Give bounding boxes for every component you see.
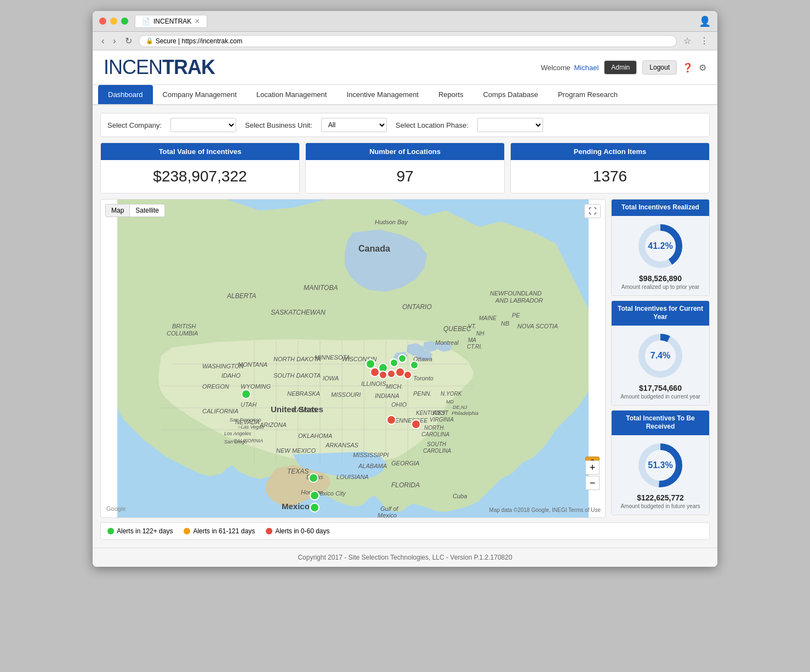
- nav-item-location[interactable]: Location Management: [247, 85, 337, 104]
- location-phase-filter-label: Select Location Phase:: [396, 121, 469, 129]
- svg-text:ALABAMA: ALABAMA: [358, 463, 387, 469]
- footer-text: Copyright 2017 - Site Selection Technolo…: [298, 554, 512, 561]
- help-icon[interactable]: ❓: [682, 62, 693, 73]
- svg-point-101: [404, 371, 412, 379]
- sidebar-charts: Total Incentives Realized 41.2% $98,526,…: [611, 199, 710, 518]
- svg-point-99: [387, 370, 395, 378]
- svg-text:NORTH: NORTH: [424, 425, 444, 431]
- donut-chart-3: 51.3%: [636, 441, 685, 490]
- forward-button[interactable]: ›: [111, 35, 118, 47]
- svg-point-106: [310, 503, 319, 512]
- svg-text:SOUTH: SOUTH: [427, 441, 447, 447]
- chart-amount-3: $122,625,772: [637, 493, 684, 502]
- svg-text:NEWFOUNDLAND: NEWFOUNDLAND: [490, 290, 541, 297]
- svg-text:NEW MEXICO: NEW MEXICO: [276, 447, 316, 454]
- chart-amount-2: $17,754,660: [639, 384, 682, 392]
- browser-profile-icon[interactable]: 👤: [699, 15, 711, 27]
- svg-point-96: [398, 355, 406, 362]
- menu-icon[interactable]: ⋮: [698, 35, 711, 47]
- settings-icon[interactable]: ⚙: [699, 62, 706, 73]
- num-locations-card: Number of Locations 97: [305, 143, 505, 193]
- minimize-button[interactable]: [110, 18, 117, 25]
- browser-tab[interactable]: 📄 INCENTRAK ✕: [135, 15, 207, 28]
- donut-label-3: 51.3%: [648, 460, 672, 470]
- legend-label-red: Alerts in 0-60 days: [275, 527, 329, 535]
- svg-text:SASKATCHEWAN: SASKATCHEWAN: [271, 309, 326, 316]
- svg-text:CAROLINA: CAROLINA: [423, 448, 451, 454]
- svg-text:CALIFORNIA: CALIFORNIA: [233, 438, 263, 443]
- map-zoom-controls: + −: [585, 460, 600, 490]
- svg-text:Toronto: Toronto: [413, 375, 433, 381]
- svg-text:AND LABRADOR: AND LABRADOR: [495, 297, 543, 304]
- map-section: Map Satellite ⛶: [100, 199, 606, 518]
- map-fullscreen-btn[interactable]: ⛶: [584, 204, 601, 218]
- svg-text:N.YORK: N.YORK: [441, 391, 463, 397]
- svg-text:VT.: VT.: [468, 323, 476, 329]
- back-button[interactable]: ‹: [99, 35, 106, 47]
- reload-button[interactable]: ↻: [123, 35, 134, 47]
- total-value-card: Total Value of Incentives $238,907,322: [100, 143, 300, 193]
- svg-point-98: [379, 371, 387, 379]
- bookmark-icon[interactable]: ☆: [681, 35, 693, 47]
- svg-text:OREGON: OREGON: [202, 383, 229, 390]
- svg-point-105: [310, 491, 319, 500]
- lock-icon: 🔒: [146, 37, 153, 44]
- nav-item-reports[interactable]: Reports: [429, 85, 474, 104]
- company-select[interactable]: [170, 118, 236, 132]
- svg-text:VIRGINIA: VIRGINIA: [430, 417, 454, 423]
- maximize-button[interactable]: [121, 18, 128, 25]
- tab-title: INCENTRAK: [153, 18, 191, 25]
- tab-close-icon[interactable]: ✕: [195, 18, 200, 25]
- svg-text:Gulf of: Gulf of: [380, 505, 398, 512]
- nav-item-incentive[interactable]: Incentive Management: [336, 85, 429, 104]
- business-unit-filter-label: Select Business Unit:: [245, 121, 312, 129]
- map-view-map-btn[interactable]: Map: [105, 204, 130, 217]
- donut-label-2: 7.4%: [651, 351, 670, 361]
- svg-text:MISSISSIPPI: MISSISSIPPI: [353, 452, 389, 458]
- chart-to-be-received: Total Incentives To Be Received 51.3% $1…: [611, 410, 710, 515]
- map-container[interactable]: ALBERTA MANITOBA SASKATCHEWAN BRITISH CO…: [101, 200, 605, 517]
- svg-text:San Francisco: San Francisco: [230, 417, 261, 423]
- zoom-out-btn[interactable]: −: [585, 476, 600, 490]
- svg-text:OHIO: OHIO: [391, 401, 407, 408]
- nav-item-dashboard[interactable]: Dashboard: [98, 85, 153, 104]
- svg-text:KENTUCKY: KENTUCKY: [416, 410, 447, 416]
- svg-text:IOWA: IOWA: [323, 375, 339, 381]
- admin-button[interactable]: Admin: [604, 60, 637, 75]
- logo-part2: TRAK: [162, 56, 215, 78]
- donut-chart-1: 41.2%: [636, 221, 685, 271]
- nav-item-research[interactable]: Program Research: [548, 85, 628, 104]
- chart-desc-1: Amount realized up to prior year: [621, 284, 699, 290]
- num-locations-header: Number of Locations: [306, 143, 504, 160]
- chart-realized-body: 41.2% $98,526,890 Amount realized up to …: [612, 216, 709, 295]
- tab-bar: 📄 INCENTRAK ✕: [135, 15, 699, 28]
- traffic-lights: [99, 18, 128, 25]
- location-phase-select[interactable]: [477, 118, 543, 132]
- svg-text:SOUTH DAKOTA: SOUTH DAKOTA: [273, 372, 321, 379]
- svg-text:MICH.: MICH.: [386, 383, 403, 390]
- svg-point-91: [242, 390, 250, 398]
- map-legend: Alerts in 122+ days Alerts in 61-121 day…: [100, 522, 710, 540]
- svg-text:NOVA SCOTIA: NOVA SCOTIA: [517, 323, 558, 329]
- address-bar[interactable]: 🔒 Secure | https://incentrak.com: [139, 35, 677, 47]
- svg-text:Hudson Bay: Hudson Bay: [375, 219, 408, 225]
- svg-text:BRITISH: BRITISH: [172, 323, 196, 329]
- chart-realized-header: Total Incentives Realized: [612, 200, 709, 216]
- chart-desc-3: Amount budgeted in future years: [620, 503, 700, 509]
- business-unit-select[interactable]: All: [321, 118, 387, 132]
- svg-text:Philadelphia: Philadelphia: [452, 411, 478, 416]
- zoom-in-btn[interactable]: +: [585, 460, 600, 475]
- svg-point-104: [309, 474, 318, 482]
- close-button[interactable]: [99, 18, 106, 25]
- svg-point-97: [370, 368, 379, 377]
- svg-text:Montreal: Montreal: [435, 339, 459, 346]
- svg-text:MD: MD: [446, 399, 454, 405]
- logout-button[interactable]: Logout: [642, 60, 677, 75]
- chart-current-year-header: Total Incentives for Current Year: [612, 301, 709, 326]
- svg-text:○Las Vegas: ○Las Vegas: [238, 424, 264, 430]
- svg-text:Mexico: Mexico: [282, 502, 310, 511]
- nav-item-company[interactable]: Company Management: [153, 85, 247, 104]
- svg-text:TENNESSEE: TENNESSEE: [391, 417, 428, 424]
- nav-item-comps[interactable]: Comps Database: [473, 85, 547, 104]
- map-view-satellite-btn[interactable]: Satellite: [130, 204, 165, 217]
